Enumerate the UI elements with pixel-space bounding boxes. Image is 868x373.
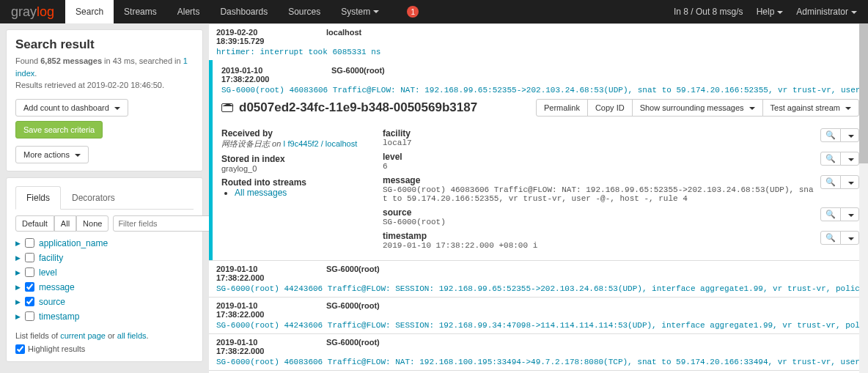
field-menu-button[interactable] (840, 231, 859, 245)
field-facility-value: local7 (383, 139, 815, 147)
received-by-link[interactable]: I f9c445f2 / localhost (283, 139, 357, 148)
message-row[interactable]: 2019-01-10 17:38:22.000SG-6000(root) SG-… (209, 333, 868, 370)
chevron-down-icon (749, 107, 755, 110)
add-count-dashboard-button[interactable]: Add count to dashboard (15, 99, 128, 117)
routed-streams-heading: Routed into streams (221, 177, 361, 188)
message-id-heading: d0507ed2-34fc-11e9-b348-0050569b3187 (221, 100, 477, 115)
filter-fields-input[interactable] (113, 215, 224, 232)
field-level-heading: level (383, 152, 815, 162)
field-item-message[interactable]: ▶ message (15, 280, 194, 295)
field-menu-button[interactable] (840, 207, 859, 221)
field-message-heading: message (383, 175, 815, 185)
message-row[interactable]: 2019-01-10 17:38:22.000SG-6000(root) SG-… (209, 260, 868, 297)
nav-help[interactable]: Help (757, 7, 784, 17)
field-source-value: SG-6000(root) (383, 218, 815, 226)
chevron-down-icon (373, 10, 379, 13)
scrollbar[interactable] (859, 23, 868, 373)
field-item-timestamp[interactable]: ▶ timestamp (15, 309, 194, 324)
results-area: 2019-02-20 18:39:15.729localhost hrtimer… (209, 23, 868, 373)
test-against-stream-button[interactable]: Test against stream (762, 99, 859, 117)
caret-right-icon: ▶ (15, 254, 21, 262)
field-checkbox[interactable] (25, 267, 34, 277)
field-search-button[interactable]: 🔍 (820, 128, 841, 142)
field-checkbox[interactable] (25, 238, 34, 248)
fields-all-button[interactable]: All (54, 215, 76, 232)
current-page-link[interactable]: current page (60, 331, 106, 340)
field-checkbox[interactable] (25, 311, 34, 321)
fields-default-button[interactable]: Default (15, 215, 54, 232)
nav-notifications[interactable]: 1 (389, 0, 429, 23)
field-timestamp-value: 2019-01-10 17:38:22.000 +08:00 i (383, 241, 815, 250)
nav-admin[interactable]: Administrator (796, 7, 857, 17)
sidebar: Search result Found 6,852 messages in 43… (0, 23, 209, 373)
caret-right-icon: ▶ (15, 269, 21, 276)
tab-decorators[interactable]: Decorators (61, 186, 126, 210)
field-search-button[interactable]: 🔍 (820, 175, 841, 189)
field-menu-button[interactable] (840, 128, 859, 142)
field-search-button[interactable]: 🔍 (820, 231, 841, 245)
envelope-icon (221, 103, 233, 112)
chevron-down-icon (845, 107, 851, 110)
nav-dashboards[interactable]: Dashboards (210, 0, 278, 23)
field-checkbox[interactable] (25, 282, 34, 292)
field-checkbox[interactable] (25, 297, 34, 306)
nav-search[interactable]: Search (65, 0, 114, 23)
field-level-value: 6 (383, 162, 815, 171)
chevron-down-icon (75, 154, 81, 157)
nav-sources[interactable]: Sources (278, 0, 331, 23)
field-search-button[interactable]: 🔍 (820, 152, 841, 166)
message-row[interactable]: 2019-01-10 17:38:22.000SG-6000(root) SG-… (209, 370, 868, 373)
field-item-application_name[interactable]: ▶ application_name (15, 236, 194, 251)
stored-in-index-heading: Stored in index (221, 154, 361, 164)
field-menu-button[interactable] (840, 152, 859, 166)
field-item-level[interactable]: ▶ level (15, 265, 194, 280)
copy-id-button[interactable]: Copy ID (587, 99, 633, 117)
permalink-button[interactable]: Permalink (536, 99, 588, 117)
field-facility-heading: facility (383, 128, 815, 139)
chevron-down-icon (114, 107, 120, 110)
more-actions-button[interactable]: More actions (15, 146, 89, 163)
message-row[interactable]: 2019-02-20 18:39:15.729localhost hrtimer… (209, 23, 868, 60)
field-message-value: SG-6000(root) 46083606 Traffic@FLOW: NAT… (383, 185, 815, 203)
save-search-criteria-button[interactable]: Save search criteria (15, 121, 103, 139)
received-by-heading: Received by (221, 128, 361, 139)
retrieved-text: Results retrieved at 2019-02-20 18:46:50… (15, 81, 164, 89)
chevron-down-icon (777, 11, 783, 14)
field-timestamp-heading: timestamp (383, 231, 815, 241)
caret-right-icon: ▶ (15, 313, 21, 320)
field-checkbox[interactable] (25, 253, 34, 262)
field-menu-button[interactable] (840, 175, 859, 189)
throughput-text: In 8 / Out 8 msg/s (674, 7, 743, 17)
field-item-source[interactable]: ▶ source (15, 295, 194, 309)
caret-right-icon: ▶ (15, 284, 21, 291)
chevron-down-icon (851, 11, 857, 14)
nav-streams[interactable]: Streams (114, 0, 167, 23)
nav-alerts[interactable]: Alerts (167, 0, 210, 23)
message-detail: 2019-01-10 17:38:22.000SG-6000(root) SG-… (209, 60, 868, 260)
caret-right-icon: ▶ (15, 298, 21, 306)
search-result-panel: Search result Found 6,852 messages in 43… (6, 29, 203, 171)
brand-logo[interactable]: graylog (0, 4, 65, 20)
notification-badge: 1 (407, 6, 419, 18)
highlight-results-checkbox[interactable]: Highlight results (15, 344, 194, 354)
stored-in-index-value: graylog_0 (221, 164, 361, 173)
fields-none-button[interactable]: None (76, 215, 108, 232)
field-search-button[interactable]: 🔍 (820, 207, 841, 221)
show-surrounding-button[interactable]: Show surrounding messages (632, 99, 763, 117)
field-source-heading: source (383, 207, 815, 218)
nav-system[interactable]: System (331, 0, 389, 23)
top-navbar: graylog Search Streams Alerts Dashboards… (0, 0, 868, 23)
all-fields-link[interactable]: all fields (117, 331, 147, 340)
field-item-facility[interactable]: ▶ facility (15, 251, 194, 265)
search-result-title: Search result (15, 37, 194, 52)
message-row[interactable]: 2019-01-10 17:38:22.000SG-6000(root) SG-… (209, 297, 868, 333)
tab-fields[interactable]: Fields (15, 186, 61, 210)
routed-stream-link[interactable]: All messages (235, 188, 287, 198)
caret-right-icon: ▶ (15, 240, 21, 247)
fields-panel: Fields Decorators Default All None ▶ app… (6, 177, 203, 362)
